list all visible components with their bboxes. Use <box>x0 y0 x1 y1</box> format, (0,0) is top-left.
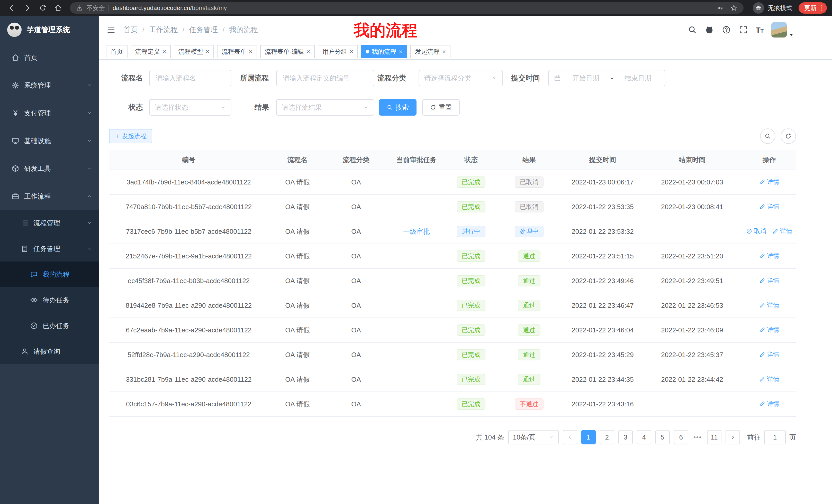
table-row: ec45f38f-7b9a-11ec-b03b-acde48001122 OA … <box>109 269 796 293</box>
next-page-button[interactable] <box>726 430 740 444</box>
page-size-select[interactable]: 10条/页 <box>508 430 559 444</box>
close-icon[interactable]: × <box>350 49 353 55</box>
browser-reload-button[interactable] <box>36 1 49 15</box>
close-icon[interactable]: × <box>206 49 209 55</box>
sidebar-item-infrastructure[interactable]: 基础设施 <box>0 127 99 155</box>
browser-forward-button[interactable] <box>21 1 34 15</box>
detail-link[interactable]: 详情 <box>772 227 792 235</box>
page-button-5[interactable]: 5 <box>655 430 670 444</box>
sidebar-item-payment[interactable]: 支付管理 <box>0 99 99 127</box>
col-submit-time: 提交时间 <box>564 150 642 170</box>
result-select[interactable]: 请选择流结果 <box>276 99 374 116</box>
tab-start-process[interactable]: 发起流程× <box>410 45 450 58</box>
tab-home[interactable]: 首页 <box>106 45 128 58</box>
category-select[interactable]: 请选择流程分类 <box>419 70 503 86</box>
browser-update-menu-button[interactable]: 更新 <box>799 2 827 13</box>
warning-icon <box>76 5 83 11</box>
sidebar-item-system[interactable]: 系统管理 <box>0 72 99 99</box>
tab-process-form-edit[interactable]: 流程表单-编辑× <box>260 45 315 58</box>
page-button-1[interactable]: 1 <box>581 430 596 444</box>
tab-process-definition[interactable]: 流程定义× <box>131 45 171 58</box>
breadcrumb-item[interactable]: 首页 <box>123 25 149 35</box>
cell-end-time: 2022-01-22 23:46:09 <box>642 318 743 342</box>
breadcrumb-item[interactable]: 工作流程 <box>149 25 189 35</box>
browser-back-button[interactable] <box>5 1 19 15</box>
reset-button[interactable]: 重置 <box>422 99 460 116</box>
process-name-input[interactable] <box>149 70 231 86</box>
detail-link[interactable]: 详情 <box>759 326 779 334</box>
detail-link[interactable]: 详情 <box>759 276 779 285</box>
detail-link[interactable]: 详情 <box>759 375 779 383</box>
sidebar-item-done-tasks[interactable]: 已办任务 <box>0 313 99 339</box>
goto-page-input[interactable] <box>764 430 786 444</box>
show-search-button[interactable] <box>760 129 775 144</box>
page-button-4[interactable]: 4 <box>637 430 651 444</box>
bookmark-star-icon[interactable] <box>730 4 737 11</box>
page-button-3[interactable]: 3 <box>618 430 633 444</box>
detail-link[interactable]: 详情 <box>759 202 779 211</box>
password-key-icon[interactable] <box>717 4 724 11</box>
sidebar-item-task-management[interactable]: 任务管理 <box>0 236 99 261</box>
start-process-button[interactable]: 发起流程 <box>109 129 152 143</box>
cell-task <box>386 244 447 269</box>
help-icon[interactable] <box>722 25 731 34</box>
process-def-input[interactable] <box>276 70 374 86</box>
detail-link[interactable]: 详情 <box>759 351 779 359</box>
cell-end-time: 2022-01-22 23:44:42 <box>642 367 743 392</box>
detail-link[interactable]: 详情 <box>759 400 779 408</box>
user-icon <box>21 347 29 356</box>
edit-icon <box>759 302 765 308</box>
address-bar[interactable]: 不安全 dashboard.yudao.iocoder.cn/bpm/task/… <box>70 2 744 13</box>
cell-name: OA 请假 <box>268 244 327 269</box>
font-size-icon[interactable]: TT <box>756 26 763 34</box>
detail-link[interactable]: 详情 <box>759 252 779 260</box>
prev-page-button[interactable] <box>563 430 577 444</box>
cell-submit-time: 2022-01-22 23:45:29 <box>564 342 642 367</box>
sidebar-item-devtools[interactable]: 研发工具 <box>0 155 99 183</box>
sidebar-item-workflow[interactable]: 工作流程 <box>0 183 99 210</box>
close-icon[interactable]: × <box>249 49 253 55</box>
tab-process-form[interactable]: 流程表单× <box>217 45 257 58</box>
result-badge: 不通过 <box>515 398 544 410</box>
current-task-link[interactable]: 一级审批 <box>403 227 430 236</box>
breadcrumb-item[interactable]: 任务管理 <box>189 25 229 35</box>
user-menu[interactable] <box>771 22 794 37</box>
close-icon[interactable]: × <box>399 49 402 55</box>
browser-home-button[interactable] <box>51 1 65 15</box>
cell-end-time: 2022-01-22 23:45:37 <box>642 342 743 367</box>
sidebar-item-home[interactable]: 首页 <box>0 44 99 72</box>
page-button-2[interactable]: 2 <box>600 430 614 444</box>
github-icon[interactable] <box>705 25 714 34</box>
close-icon[interactable]: × <box>442 49 446 55</box>
fullscreen-icon[interactable] <box>739 25 748 34</box>
submit-time-range-picker[interactable]: 开始日期 - 结束日期 <box>548 70 666 86</box>
app-logo[interactable]: 芋道管理系统 <box>0 16 99 44</box>
search-button[interactable]: 搜索 <box>379 99 417 116</box>
detail-link[interactable]: 详情 <box>759 178 779 186</box>
tab-my-process[interactable]: 我的流程× <box>361 45 407 58</box>
page-button-6[interactable]: 6 <box>674 430 688 444</box>
cell-name: OA 请假 <box>268 170 327 194</box>
page-button-11[interactable]: 11 <box>707 430 722 444</box>
more-pages-icon[interactable]: ••• <box>693 433 703 441</box>
search-icon[interactable] <box>688 25 697 34</box>
list-icon <box>21 219 29 227</box>
sidebar-toggle[interactable] <box>99 25 123 34</box>
refresh-table-button[interactable] <box>781 129 796 144</box>
submit-time-label: 提交时间 <box>503 73 548 83</box>
cell-name: OA 请假 <box>268 269 327 293</box>
sidebar-item-my-process[interactable]: 我的流程 <box>0 261 99 287</box>
edit-icon <box>759 277 765 284</box>
tab-user-group[interactable]: 用户分组× <box>318 45 358 58</box>
sidebar-item-todo-tasks[interactable]: 待办任务 <box>0 287 99 313</box>
sidebar-item-leave-query[interactable]: 请假查询 <box>0 339 99 364</box>
app-title: 芋道管理系统 <box>27 25 70 35</box>
status-select[interactable]: 请选择状态 <box>149 99 231 116</box>
detail-link[interactable]: 详情 <box>759 301 779 309</box>
cancel-link[interactable]: 取消 <box>746 227 766 235</box>
tab-process-model[interactable]: 流程模型× <box>174 45 214 58</box>
close-icon[interactable]: × <box>162 49 166 55</box>
cube-icon <box>11 164 20 173</box>
close-icon[interactable]: × <box>307 49 310 55</box>
sidebar-item-process-management[interactable]: 流程管理 <box>0 210 99 236</box>
